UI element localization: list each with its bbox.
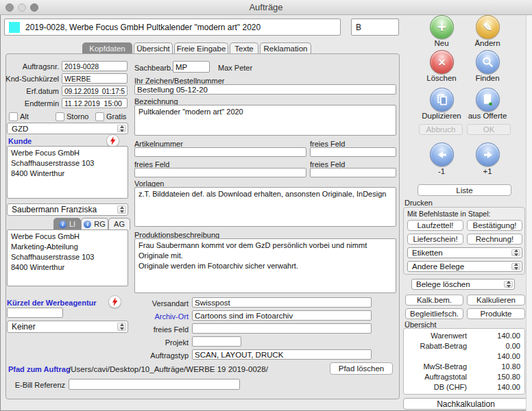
tab-uebersicht[interactable]: Übersicht [134,42,173,53]
begleitliefsch-button[interactable]: Begleitliefsch. [405,308,463,319]
freies-feld-input[interactable] [310,168,396,177]
projekt-input[interactable] [192,336,241,347]
liefer-address-box[interactable]: Werbe Focus GmbH Marketing-Abteilung Sch… [7,229,128,286]
archiv-ort-link[interactable]: Archiv-Ort [120,312,189,321]
zoom-button[interactable] [30,3,38,12]
status-code-field[interactable]: B [351,18,399,36]
bezeichnung-box[interactable]: Pultkalender "modern art" 2020 [134,105,396,136]
window-scrollbar[interactable] [526,15,532,411]
belege-loeschen-select[interactable]: Belege löschen [411,279,515,290]
aus-offerte-label: aus Offerte [465,112,510,120]
kontakt-select[interactable]: Saubermann Franziska [7,203,128,216]
close-button[interactable] [5,3,14,12]
plus-one-label: +1 [465,167,510,175]
etiketten-select[interactable]: Etiketten [407,247,522,258]
address-tab-li-label: LI [69,220,75,228]
rechnung-button[interactable]: Rechnung! [467,234,522,245]
tab-kopfdaten[interactable]: Kopfdaten [82,42,132,53]
versandart-input[interactable] [192,297,372,308]
address-tab-ag-label: AG [114,220,125,228]
sachbearb-input[interactable] [173,61,210,73]
uebersicht-row: Rabatt-Betrag0.00 [408,342,520,350]
duplizieren-button[interactable] [430,88,454,112]
bestaetigung-button[interactable]: Bestätigung! [467,220,522,231]
kalkulieren-button[interactable]: Kalkulieren [467,295,525,306]
produktionsbeschreibung-box[interactable]: Frau Saubermann kommt vor dem GzD persön… [134,238,396,293]
uebersicht-row: Auftragstotal150.80 [408,373,520,381]
sachbearb-label: Sachbearb. [134,64,173,72]
ihr-zeichen-input[interactable] [134,84,396,95]
liste-button[interactable]: Liste [418,184,511,196]
kunde-address-box[interactable]: Werbe Focus GmbH Schaffhauserstrasse 103… [7,146,128,199]
minimize-button[interactable] [18,3,26,12]
order-summary-text: 2019-0028, Werbe Focus GmbH Pultkalender… [25,23,261,32]
endtermin-input[interactable] [62,98,128,108]
werbeagentur-link[interactable]: Kürzel der Werbeagentur [7,299,97,307]
werbeagentur-select-value: Keiner [12,322,36,332]
produkte-button[interactable]: Produkte [467,308,525,319]
nachkalkulation-button[interactable]: Nachkalkulation [403,398,529,410]
aus-offerte-button[interactable] [476,88,500,112]
storno-checkbox[interactable] [56,112,64,121]
vorlagen-box[interactable]: z.T. Bilddateien def. als Download erhal… [134,187,396,227]
tab-freie-eingabe[interactable]: Freie Eingabe [174,42,228,53]
drucken-label: Drucken [404,199,433,207]
werbeagentur-kuerzel-input[interactable] [7,308,63,318]
loeschen-button[interactable]: ✕ [430,50,454,74]
alt-checkbox[interactable] [9,112,18,121]
pfad-loeschen-button[interactable]: Pfad löschen [330,362,393,375]
ok-button[interactable]: OK [467,124,511,135]
artikelnummer-input[interactable] [134,147,306,157]
aendern-label: Ändern [465,39,510,47]
pfad-zum-auftrag-link[interactable]: Pfad zum Auftrag [8,365,71,373]
stepper-icon [117,125,126,132]
gratis-checkbox[interactable] [95,112,104,121]
address-tab-rg[interactable]: i RG [81,218,108,229]
next-record-button[interactable] [476,142,500,166]
freies-feld-input[interactable] [134,168,306,177]
info-icon[interactable]: i [59,221,66,228]
abbruch-button[interactable]: Abbruch [419,124,463,135]
finden-button[interactable] [476,50,500,74]
status-select-value: GZD [12,125,28,133]
aendern-button[interactable]: ✎ [476,15,500,39]
tab-texte[interactable]: Texte [230,42,258,53]
minus-one-label: -1 [419,167,464,175]
pencil-icon: ✎ [483,21,492,34]
ebill-referenz-input[interactable] [69,379,240,390]
laufzettel-button[interactable]: Laufzettel! [407,220,463,231]
app-window: Aufträge 2019-0028, Werbe Focus GmbH Pul… [0,0,532,411]
alt-label: Alt [20,112,29,121]
werbeagentur-select[interactable]: Keiner [7,321,128,333]
order-summary-field[interactable]: 2019-0028, Werbe Focus GmbH Pultkalender… [4,18,341,36]
knd-suchkuerzel-label: Knd-Suchkürzel [4,75,59,83]
previous-record-button[interactable] [430,142,454,166]
andere-belege-select[interactable]: Andere Belege [407,261,522,272]
archiv-ort-input[interactable] [192,310,372,321]
knd-suchkuerzel-input[interactable] [62,73,128,84]
freies-feld-input[interactable] [310,147,396,157]
arrow-left-icon [436,151,448,159]
kalkbem-button[interactable]: Kalk.bem. [405,295,463,306]
address-tab-li[interactable]: i LI [53,218,81,229]
title-bar: Aufträge [0,0,532,15]
tab-reklamation[interactable]: Reklamation [260,42,311,53]
neu-button[interactable]: + [430,15,454,39]
address-tab-rg-label: RG [94,220,106,228]
auftragstyp-input[interactable] [192,349,372,360]
plus-icon: + [437,21,446,34]
document-plus-icon [482,94,494,106]
auftragsnr-input[interactable] [62,61,128,71]
lieferschein-button[interactable]: Lieferschein! [407,234,463,245]
neu-label: Neu [419,39,464,47]
stepper-icon [504,281,513,288]
uebersicht-row: MwSt-Betrag10.80 [408,362,520,371]
freies-feld-input[interactable] [192,323,372,334]
stepper-icon [511,263,520,270]
kunde-link[interactable]: Kunde [8,137,32,145]
info-icon[interactable]: i [84,221,91,228]
address-tab-ag[interactable]: AG [108,218,130,229]
stepper-icon [117,206,126,214]
erfdatum-input[interactable] [62,86,128,96]
status-select[interactable]: GZD [7,123,128,134]
